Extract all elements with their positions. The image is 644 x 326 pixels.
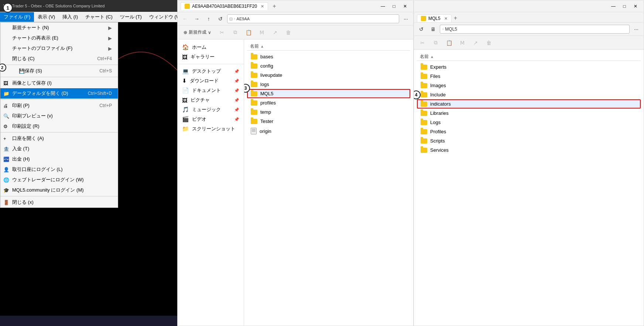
- menu-exit[interactable]: 🚪 閉じる (x): [0, 197, 118, 207]
- file-include[interactable]: Include: [417, 90, 641, 99]
- menu-close-chart[interactable]: 閉じる (C) Ctrl+F4: [0, 54, 118, 64]
- right-cut-btn[interactable]: ✂: [417, 38, 428, 48]
- file-libraries[interactable]: Libraries: [417, 109, 641, 118]
- menu-save-image[interactable]: 🖼 画像として保存 (I): [0, 78, 118, 88]
- right-delete-btn[interactable]: 🗑: [483, 38, 494, 48]
- file-temp[interactable]: temp: [247, 107, 410, 117]
- win-maximize-btn[interactable]: □: [389, 2, 399, 10]
- menu-file[interactable]: ファイル (F): [0, 12, 34, 22]
- menu-print[interactable]: 🖨 印刷 (P) Ctrl+P: [0, 100, 118, 111]
- right-copy-btn[interactable]: ⧉: [430, 38, 441, 48]
- menu-login-account[interactable]: 👤 取引口座にログイン (L): [0, 164, 118, 175]
- menu-print-settings-label: 印刷設定 (R): [12, 123, 40, 130]
- menu-redisplay-chart[interactable]: チャートの再表示 (E) ▶: [0, 33, 118, 43]
- win-close-btn[interactable]: ✕: [400, 2, 410, 10]
- save-icon: 💾: [19, 68, 25, 74]
- file-images[interactable]: Images: [417, 81, 641, 90]
- file-scripts[interactable]: Scripts: [417, 136, 641, 145]
- file-profiles-right[interactable]: Profiles: [417, 127, 641, 136]
- right-win-close-btn[interactable]: ✕: [630, 2, 641, 10]
- nav-search-btn[interactable]: ···: [401, 14, 411, 24]
- print-icon: 🖨: [3, 103, 8, 109]
- sidebar-home[interactable]: 🏠 ホーム: [178, 42, 244, 52]
- right-nav-monitor-btn[interactable]: 🖥: [428, 24, 438, 34]
- folder-icon-profiles: [251, 100, 257, 106]
- right-share-btn[interactable]: ↗: [470, 38, 481, 48]
- folder-icon-config: [251, 64, 257, 69]
- sidebar-music[interactable]: 🎵 ミュージック 📌: [178, 105, 244, 114]
- folder-icon-files: [421, 74, 427, 79]
- nav-refresh-btn[interactable]: ↺: [215, 14, 226, 24]
- menu-login-web[interactable]: 🌐 ウェブトレーダーにログイン (W): [0, 175, 118, 185]
- file-liveupdate[interactable]: liveupdate: [247, 71, 410, 80]
- file-files[interactable]: Files: [417, 72, 641, 81]
- sidebar-video[interactable]: 🎬 ビデオ 📌: [178, 114, 244, 124]
- sidebar-gallery-label: ギャラリー: [191, 54, 215, 60]
- menu-save[interactable]: 2 💾 保存 (S) Ctrl+S: [0, 66, 118, 76]
- menu-tools[interactable]: ツール (T): [116, 12, 145, 22]
- right-rename-btn[interactable]: Ⅿ: [457, 38, 468, 48]
- file-profiles[interactable]: profiles: [247, 98, 410, 107]
- file-logs[interactable]: logs: [247, 80, 410, 89]
- menu-login-mql5[interactable]: 🎓 MQL5.community にログイン (M): [0, 185, 118, 195]
- file-config[interactable]: config: [247, 61, 410, 71]
- right-nav-sep: ›: [442, 27, 443, 31]
- nav-path-bar[interactable]: □ › AE9AA: [227, 14, 399, 23]
- menu-print-settings[interactable]: ⚙ 印刷設定 (R): [0, 121, 118, 131]
- nav-up-btn[interactable]: ↑: [203, 14, 214, 24]
- tab-close-btn[interactable]: ✕: [261, 4, 264, 9]
- exp-right-tab[interactable]: MQL5 ✕: [417, 14, 452, 22]
- menu-chart-profile-label: チャートのプロファイル (F): [12, 45, 72, 52]
- paste-btn[interactable]: 📋: [243, 27, 254, 38]
- tab-add-btn[interactable]: +: [270, 2, 278, 10]
- right-nav-refresh-btn[interactable]: ↺: [416, 24, 427, 34]
- video-icon: 🎬: [182, 116, 189, 123]
- right-nav-more-btn[interactable]: ···: [631, 24, 641, 34]
- menu-chart-profile[interactable]: チャートのプロファイル (F) ▶: [0, 43, 118, 54]
- menu-view[interactable]: 表示 (V): [34, 12, 59, 22]
- delete-btn[interactable]: 🗑: [283, 27, 294, 38]
- menu-deposit[interactable]: 🏦 入金 (T): [0, 144, 118, 154]
- file-bases[interactable]: bases: [247, 52, 410, 61]
- cut-btn[interactable]: ✂: [216, 27, 227, 38]
- sidebar-desktop[interactable]: 💻 デスクトップ 📌: [178, 66, 244, 76]
- menu-withdraw[interactable]: 🏧 出金 (H): [0, 154, 118, 164]
- sidebar-documents[interactable]: 📄 ドキュメント 📌: [178, 86, 244, 95]
- sidebar-gallery[interactable]: 🖼 ギャラリー: [178, 52, 244, 62]
- pin-arrow-music: 📌: [234, 107, 239, 112]
- menu-chart[interactable]: チャート (C): [82, 12, 116, 22]
- nav-back-btn[interactable]: ←: [180, 14, 190, 24]
- file-mql5[interactable]: MQL5: [247, 89, 410, 98]
- menu-open-account[interactable]: + 口座を開く (A): [0, 133, 118, 144]
- right-tab-add-btn[interactable]: +: [452, 14, 459, 22]
- exp-left-tab[interactable]: AE9AAB470A03ABEB6E31FF20 ✕: [181, 2, 268, 10]
- file-origin[interactable]: origin: [247, 126, 410, 136]
- right-win-minimize-btn[interactable]: —: [608, 2, 619, 10]
- right-win-maximize-btn[interactable]: □: [619, 2, 630, 10]
- file-mql5-label: MQL5: [260, 91, 273, 96]
- menu-insert[interactable]: 挿入 (I): [59, 12, 82, 22]
- file-experts[interactable]: Experts: [417, 62, 641, 72]
- file-logs-right[interactable]: Logs: [417, 118, 641, 127]
- right-paste-btn[interactable]: 📋: [443, 38, 455, 48]
- file-indicators[interactable]: indicators: [417, 99, 641, 109]
- right-tab-close-btn[interactable]: ✕: [444, 16, 448, 21]
- win-minimize-btn[interactable]: —: [378, 2, 388, 10]
- badge-2: 2: [0, 64, 6, 72]
- sidebar-screenshots[interactable]: 📁 スクリーンショット: [178, 124, 244, 134]
- copy-btn[interactable]: ⧉: [230, 27, 241, 38]
- file-tester[interactable]: Tester: [247, 117, 410, 126]
- rename-btn[interactable]: Ⅿ: [256, 27, 267, 38]
- menu-new-chart[interactable]: 新規チャート (N) ▶: [0, 23, 118, 33]
- nav-forward-btn[interactable]: →: [192, 14, 202, 24]
- share-btn[interactable]: ↗: [270, 27, 281, 38]
- menu-print-preview[interactable]: 🔍 印刷プレビュー (v): [0, 111, 118, 121]
- file-files-label: Files: [430, 73, 440, 79]
- new-create-btn[interactable]: ⊕ 新規作成 ∨: [181, 28, 214, 37]
- menu-open-data-folder[interactable]: 📁 データフォルダを開く (D) Ctrl+Shift+D: [0, 88, 118, 99]
- sidebar-screenshots-label: スクリーンショット: [192, 126, 235, 132]
- sidebar-downloads[interactable]: ⬇ ダウンロード 📌: [178, 76, 244, 86]
- sidebar-pictures[interactable]: 🖼 ピクチャ 📌: [178, 95, 244, 105]
- right-nav-path-bar[interactable]: › MQL5: [440, 25, 630, 34]
- file-services[interactable]: Services: [417, 145, 641, 155]
